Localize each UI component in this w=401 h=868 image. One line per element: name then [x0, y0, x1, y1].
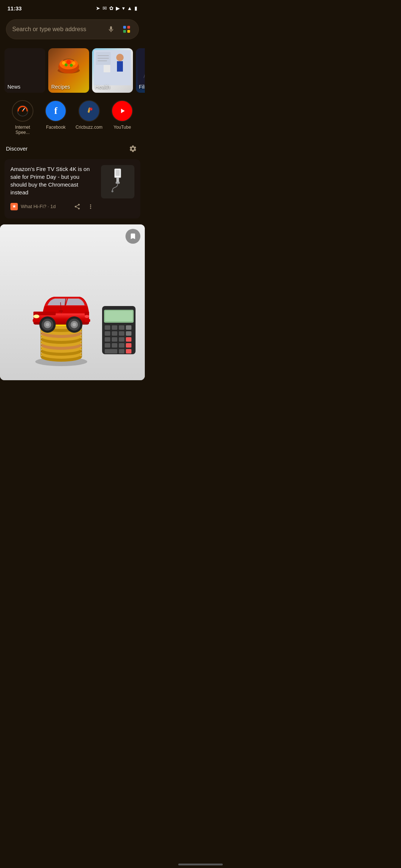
search-bar[interactable]: Search or type web address	[6, 19, 139, 39]
collections-row: News Recipes	[0, 44, 145, 97]
discover-header: Discover	[0, 141, 145, 159]
svg-rect-94	[112, 337, 117, 342]
quick-access-row: Internet Spee... f Facebook Cricbuzz.com	[0, 97, 145, 141]
svg-rect-95	[119, 337, 124, 342]
svg-rect-81	[59, 310, 63, 312]
news-card-meta: ★ What Hi-Fi? · 1d	[10, 203, 56, 210]
cricbuzz-icon	[78, 100, 100, 122]
svg-rect-46	[116, 182, 120, 184]
svg-rect-87	[119, 325, 124, 330]
svg-point-11	[70, 64, 73, 67]
svg-rect-90	[112, 331, 117, 336]
collection-news[interactable]: News	[4, 48, 45, 93]
news-card-firetv[interactable]: Amazon's Fire TV Stick 4K is on sale for…	[4, 159, 140, 218]
svg-point-35	[22, 110, 23, 112]
news-thumbnail	[101, 165, 134, 198]
news-source: What Hi-Fi? · 1d	[21, 204, 56, 209]
facebook-icon: f	[45, 100, 66, 122]
svg-point-80	[72, 323, 76, 326]
status-time: 11:33	[7, 5, 22, 11]
status-bar: 11:33 ➤ ✉ ✿ ▶ ▾ ▲ ▮	[0, 0, 145, 15]
svg-point-76	[46, 323, 49, 326]
youtube-icon	[111, 100, 133, 122]
svg-rect-91	[119, 331, 124, 336]
svg-rect-86	[112, 325, 117, 330]
discover-settings-button[interactable]	[127, 143, 139, 155]
article-image	[0, 224, 145, 380]
svg-point-8	[66, 60, 71, 64]
quick-item-facebook[interactable]: f Facebook	[41, 100, 71, 135]
svg-rect-70	[85, 312, 89, 315]
battery-icon: ▮	[134, 5, 137, 11]
signal-icon: ▲	[127, 5, 132, 11]
news-card-title: Amazon's Fire TV Stick 4K is on sale for…	[10, 165, 97, 196]
svg-rect-44	[116, 170, 120, 176]
cricbuzz-label: Cricbuzz.com	[75, 125, 102, 130]
save-article-button[interactable]	[125, 229, 140, 244]
svg-point-16	[116, 54, 124, 61]
svg-point-71	[85, 315, 89, 318]
collection-health-label: Health	[95, 84, 110, 90]
collection-films[interactable]: Films	[136, 48, 145, 93]
svg-rect-85	[105, 325, 110, 330]
svg-rect-101	[105, 349, 117, 354]
svg-rect-96	[126, 337, 131, 342]
svg-rect-0	[123, 26, 126, 29]
quick-item-cricbuzz[interactable]: Cricbuzz.com	[74, 100, 104, 135]
svg-rect-17	[117, 61, 123, 72]
svg-rect-103	[126, 349, 131, 354]
collection-recipes[interactable]: Recipes	[48, 48, 89, 93]
svg-rect-98	[112, 343, 117, 348]
google-lens-button[interactable]	[121, 23, 133, 35]
more-options-button[interactable]	[85, 201, 97, 213]
collection-recipes-label: Recipes	[51, 84, 70, 90]
svg-rect-72	[85, 319, 90, 322]
svg-rect-102	[119, 349, 124, 354]
speed-icon	[12, 100, 33, 122]
svg-rect-93	[105, 337, 110, 342]
svg-rect-100	[126, 343, 131, 348]
facebook-label: Facebook	[46, 125, 66, 130]
svg-rect-1	[127, 26, 130, 29]
voice-search-button[interactable]	[105, 23, 117, 35]
status-icons: ➤ ✉ ✿ ▶ ▾ ▲ ▮	[96, 5, 137, 11]
collection-news-label: News	[7, 84, 20, 90]
svg-rect-92	[126, 331, 131, 336]
svg-rect-97	[105, 343, 110, 348]
navigation-icon: ➤	[96, 5, 100, 11]
discover-title: Discover	[6, 145, 27, 152]
svg-rect-89	[105, 331, 110, 336]
svg-point-47	[111, 190, 113, 192]
svg-point-68	[33, 315, 39, 318]
svg-rect-22	[138, 50, 145, 85]
youtube-label: YouTube	[114, 125, 131, 130]
svg-rect-99	[119, 343, 124, 348]
news-card-content: Amazon's Fire TV Stick 4K is on sale for…	[10, 165, 97, 213]
svg-rect-84	[105, 311, 133, 321]
search-placeholder: Search or type web address	[12, 26, 101, 33]
quick-item-speed[interactable]: Internet Spee...	[8, 100, 38, 135]
youtube-status-icon: ▶	[116, 5, 120, 11]
collection-films-label: Films	[139, 84, 145, 90]
quick-item-youtube[interactable]: YouTube	[107, 100, 137, 135]
share-button[interactable]	[71, 201, 83, 213]
source-icon: ★	[10, 203, 18, 210]
mail-icon: ✉	[102, 5, 107, 11]
fan-icon: ✿	[109, 5, 114, 11]
svg-rect-3	[127, 30, 130, 33]
speed-label: Internet Spee...	[8, 125, 38, 135]
svg-rect-2	[123, 30, 126, 33]
svg-point-10	[65, 63, 68, 66]
svg-rect-45	[116, 178, 119, 182]
large-article-card[interactable]	[0, 224, 145, 380]
wifi-icon: ▾	[122, 5, 125, 11]
svg-rect-88	[126, 325, 131, 330]
collection-health[interactable]: Health	[92, 48, 133, 93]
